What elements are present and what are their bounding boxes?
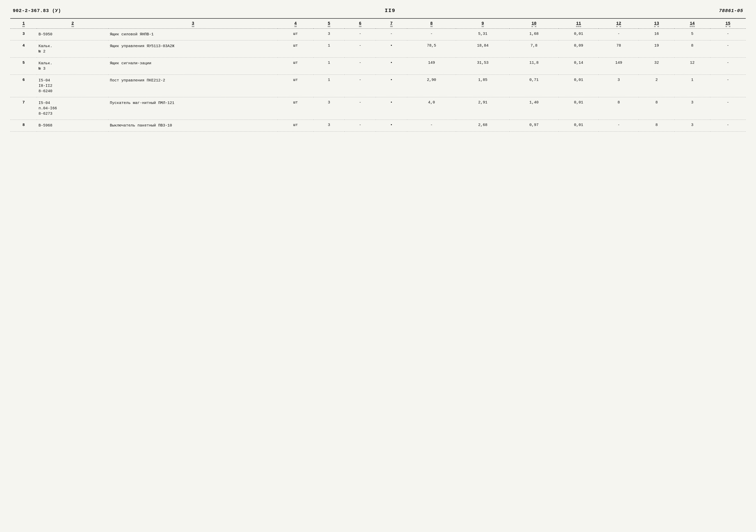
row-2-col-8: 78,5	[407, 40, 456, 58]
row-3-col-8: 149	[407, 58, 456, 75]
row-6-col-15: -	[710, 120, 746, 132]
col-header-6: 6	[345, 18, 376, 29]
row-6-col-5: 3	[313, 120, 345, 132]
page-number: II9	[385, 8, 395, 13]
row-2-col-2: Кальк.№ 2	[37, 40, 108, 58]
column-headers: 1 2 3 4 5 6 7 8 9 10 11 12 13 14 15	[10, 18, 746, 29]
row-4-col-10: 0,71	[509, 75, 559, 97]
row-6-col-9: 2,68	[456, 120, 509, 132]
row-2-col-12: 78	[599, 40, 639, 58]
row-3-col-15: -	[710, 58, 746, 75]
row-1-col-5: 3	[313, 29, 345, 40]
col-header-3: 3	[108, 18, 278, 29]
row-5-col-14: 3	[674, 97, 710, 120]
row-5-col-1: 7	[10, 97, 37, 120]
row-4-col-15: -	[710, 75, 746, 97]
row-1-col-13: 16	[639, 29, 674, 40]
row-6-col-8: -	[407, 120, 456, 132]
row-2-col-7: •	[376, 40, 407, 58]
col-header-14: 14	[674, 18, 710, 29]
row-2-col-9: 18,84	[456, 40, 509, 58]
row-4-col-14: 1	[674, 75, 710, 97]
table-row: 5Кальк.№ 3Ящик сигнали-зациишт1-•14931,5…	[10, 58, 746, 75]
row-1-col-12: -	[599, 29, 639, 40]
row-3-col-1: 5	[10, 58, 37, 75]
col-header-8: 8	[407, 18, 456, 29]
row-6-col-13: 8	[639, 120, 674, 132]
table-row: 3В-5950Ящик силовой ЯНПВ-1шт3---5,311,68…	[10, 29, 746, 40]
row-5-col-13: 8	[639, 97, 674, 120]
row-3-col-14: 12	[674, 58, 710, 75]
row-1-col-15: -	[710, 29, 746, 40]
row-1-col-6: -	[345, 29, 376, 40]
row-6-col-11: 0,01	[559, 120, 599, 132]
row-5-col-4: шт	[278, 97, 313, 120]
row-4-col-13: 2	[639, 75, 674, 97]
row-4-col-1: 6	[10, 75, 37, 97]
table-row: 8В-5968Выключатель пакетный ПВ3-10шт3-•-…	[10, 120, 746, 132]
row-3-col-13: 32	[639, 58, 674, 75]
row-6-col-3: Выключатель пакетный ПВ3-10	[108, 120, 278, 132]
col-header-2: 2	[37, 18, 108, 29]
row-1-col-10: 1,68	[509, 29, 559, 40]
col-header-13: 13	[639, 18, 674, 29]
row-5-col-2: I5-04п.04-I668-6273	[37, 97, 108, 120]
row-2-col-1: 4	[10, 40, 37, 58]
row-1-col-3: Ящик силовой ЯНПВ-1	[108, 29, 278, 40]
row-4-col-7: •	[376, 75, 407, 97]
row-1-col-7: -	[376, 29, 407, 40]
row-4-col-4: шт	[278, 75, 313, 97]
row-1-col-8: -	[407, 29, 456, 40]
row-4-col-8: 2,90	[407, 75, 456, 97]
col-header-15: 15	[710, 18, 746, 29]
col-header-12: 12	[599, 18, 639, 29]
row-3-col-7: •	[376, 58, 407, 75]
row-4-col-6: -	[345, 75, 376, 97]
row-2-col-10: 7,8	[509, 40, 559, 58]
row-3-col-11: 0,14	[559, 58, 599, 75]
row-6-col-4: шт	[278, 120, 313, 132]
row-1-col-1: 3	[10, 29, 37, 40]
row-1-col-14: 5	[674, 29, 710, 40]
row-5-col-15: -	[710, 97, 746, 120]
row-1-col-11: 0,01	[559, 29, 599, 40]
row-3-col-6: -	[345, 58, 376, 75]
row-2-col-4: шт	[278, 40, 313, 58]
row-5-col-5: 3	[313, 97, 345, 120]
row-4-col-5: 1	[313, 75, 345, 97]
row-4-col-11: 0,01	[559, 75, 599, 97]
row-3-col-10: 11,8	[509, 58, 559, 75]
row-4-col-2: I5-04I8-II28-6240	[37, 75, 108, 97]
row-3-col-3: Ящик сигнали-зации	[108, 58, 278, 75]
row-2-col-15: -	[710, 40, 746, 58]
form-number: 78861-05	[719, 8, 743, 13]
col-header-9: 9	[456, 18, 509, 29]
col-header-1: 1	[10, 18, 37, 29]
row-1-col-2: В-5950	[37, 29, 108, 40]
col-header-4: 4	[278, 18, 313, 29]
row-5-col-3: Пускатель маг-нитный ПМЛ-121	[108, 97, 278, 120]
row-2-col-13: 19	[639, 40, 674, 58]
row-2-col-14: 8	[674, 40, 710, 58]
row-5-col-12: 8	[599, 97, 639, 120]
row-2-col-3: Ящик управления ЯУ5113-03А2Ж	[108, 40, 278, 58]
row-2-col-6: -	[345, 40, 376, 58]
row-3-col-4: шт	[278, 58, 313, 75]
row-2-col-5: 1	[313, 40, 345, 58]
page-header: 902-2-367.83 (У) II9 78861-05	[10, 8, 746, 13]
row-5-col-8: 4,0	[407, 97, 456, 120]
row-4-col-9: 1,85	[456, 75, 509, 97]
col-header-10: 10	[509, 18, 559, 29]
table-row: 6I5-04I8-II28-6240Пост управления ПКЕ212…	[10, 75, 746, 97]
doc-number: 902-2-367.83 (У)	[13, 8, 61, 13]
row-6-col-6: -	[345, 120, 376, 132]
row-6-col-12: -	[599, 120, 639, 132]
row-6-col-2: В-5968	[37, 120, 108, 132]
row-6-col-10: 0,97	[509, 120, 559, 132]
main-table: 1 2 3 4 5 6 7 8 9 10 11 12 13 14 15 3В-5…	[10, 18, 746, 132]
row-3-col-2: Кальк.№ 3	[37, 58, 108, 75]
table-row: 4Кальк.№ 2Ящик управления ЯУ5113-03А2Жшт…	[10, 40, 746, 58]
row-3-col-12: 149	[599, 58, 639, 75]
row-4-col-3: Пост управления ПКЕ212-2	[108, 75, 278, 97]
row-1-col-9: 5,31	[456, 29, 509, 40]
